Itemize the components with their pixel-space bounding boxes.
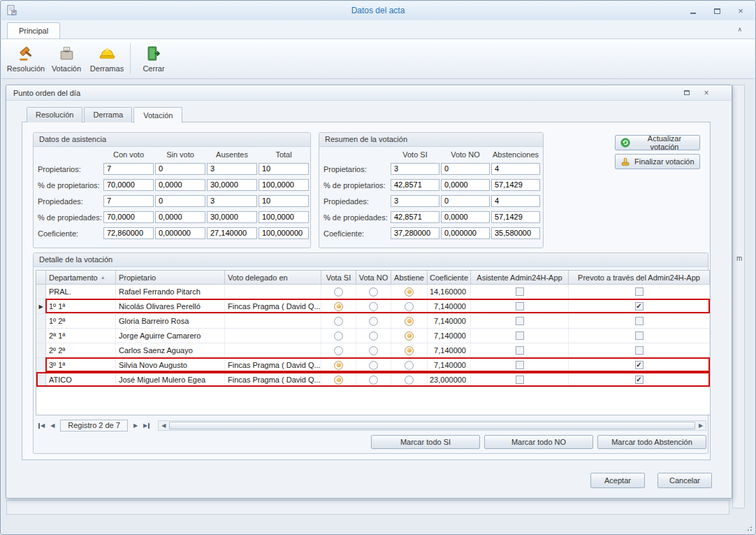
vota-abstiene-radio[interactable] — [405, 287, 414, 297]
cancel-button[interactable]: Cancelar — [657, 473, 712, 488]
record-next-button[interactable]: ▶ — [131, 420, 140, 431]
vota-si-radio[interactable] — [334, 376, 343, 385]
value-field[interactable]: 100,0000 — [259, 179, 309, 191]
table-row[interactable]: ATICOJosé Miguel Mulero EgeaFincas Pragm… — [36, 373, 710, 387]
value-field[interactable]: 0,0000 — [441, 179, 490, 191]
record-prev-button[interactable]: ◀ — [48, 420, 57, 431]
mark-all-abstain-button[interactable]: Marcar todo Abstención — [597, 435, 706, 449]
cerrar-button[interactable]: Cerrar — [133, 41, 174, 77]
value-field[interactable]: 4 — [491, 195, 540, 207]
value-field[interactable]: 7 — [103, 163, 154, 175]
value-field[interactable]: 7 — [103, 195, 154, 207]
asistente-app-checkbox[interactable] — [516, 302, 524, 311]
ribbon-tab-principal[interactable]: Principal — [7, 22, 60, 39]
value-field[interactable]: 0 — [441, 163, 490, 175]
vota-no-radio[interactable] — [369, 361, 378, 370]
asistente-app-checkbox[interactable] — [516, 376, 524, 384]
value-field[interactable]: 100,0000 — [259, 211, 309, 223]
value-field[interactable]: 3 — [207, 163, 257, 175]
value-field[interactable]: 37,280000 — [391, 227, 439, 239]
mark-all-yes-button[interactable]: Marcar todo SI — [371, 435, 480, 449]
prevoto-app-checkbox[interactable] — [635, 317, 644, 325]
asistente-app-checkbox[interactable] — [516, 287, 524, 296]
value-field[interactable]: 0,0000 — [441, 211, 490, 223]
grid-column-header[interactable]: Coeficiente — [428, 271, 471, 285]
vota-si-radio[interactable] — [334, 346, 343, 355]
asistente-app-checkbox[interactable] — [516, 361, 524, 369]
value-field[interactable]: 3 — [391, 195, 439, 207]
value-field[interactable]: 4 — [491, 163, 540, 175]
value-field[interactable]: 3 — [207, 195, 257, 207]
tab-derrama[interactable]: Derrama — [84, 107, 132, 122]
value-field[interactable]: 0 — [155, 163, 205, 175]
asistente-app-checkbox[interactable] — [516, 331, 524, 340]
table-row[interactable]: 3º 1ªSilvia Novo AugustoFincas Pragma ( … — [36, 358, 710, 373]
value-field[interactable]: 42,8571 — [391, 211, 439, 223]
vota-no-radio[interactable] — [369, 376, 378, 385]
value-field[interactable]: 3 — [391, 163, 439, 175]
prevoto-app-checkbox[interactable] — [635, 331, 644, 340]
vota-abstiene-radio[interactable] — [405, 302, 414, 311]
scroll-right-icon[interactable]: ▶ — [696, 422, 706, 429]
restore-button[interactable] — [710, 6, 724, 16]
tab-resolucion[interactable]: Resolución — [27, 107, 82, 122]
record-last-button[interactable]: ▶ — [141, 420, 152, 431]
value-field[interactable]: 72,860000 — [103, 227, 154, 239]
grid-column-header[interactable]: Vota NO — [356, 271, 391, 285]
value-field[interactable]: 100,000000 — [259, 227, 309, 239]
mark-all-no-button[interactable]: Marcar todo NO — [484, 435, 593, 449]
prevoto-app-checkbox[interactable]: ✓ — [635, 361, 644, 369]
table-row[interactable]: 2º 2ªCarlos Saenz Aguayo7,140000 — [36, 343, 710, 358]
value-field[interactable]: 10 — [259, 195, 309, 207]
close-button[interactable]: × — [734, 6, 748, 16]
tab-votacion[interactable]: Votación — [133, 107, 182, 123]
vota-no-radio[interactable] — [369, 317, 378, 326]
value-field[interactable]: 27,140000 — [207, 227, 257, 239]
horizontal-scrollbar[interactable]: ◀ ▶ — [158, 420, 706, 431]
grid-column-header[interactable]: Vota SI — [321, 271, 356, 285]
table-row[interactable]: PRAL.Rafael Ferrando Pitarch14,160000 — [36, 285, 710, 299]
votacion-button[interactable]: Votación — [46, 41, 87, 77]
scrollbar-thumb[interactable] — [169, 422, 695, 429]
grid-column-header[interactable]: Voto delegado en — [225, 271, 321, 285]
vota-abstiene-radio[interactable] — [405, 331, 414, 341]
prevoto-app-checkbox[interactable] — [635, 287, 644, 296]
vota-si-radio[interactable] — [334, 331, 343, 341]
value-field[interactable]: 0,0000 — [155, 179, 205, 191]
grid-column-header[interactable]: Asistente Admin24H-App — [471, 271, 569, 285]
vota-no-radio[interactable] — [369, 331, 378, 341]
vota-no-radio[interactable] — [369, 287, 378, 297]
prevoto-app-checkbox[interactable]: ✓ — [635, 302, 644, 311]
value-field[interactable]: 30,0000 — [207, 179, 257, 191]
value-field[interactable]: 70,0000 — [103, 179, 154, 191]
vota-abstiene-radio[interactable] — [405, 346, 414, 355]
value-field[interactable]: 57,1429 — [491, 179, 540, 191]
value-field[interactable]: 0,000000 — [155, 227, 205, 239]
scroll-left-icon[interactable]: ◀ — [159, 422, 168, 429]
minimize-button[interactable] — [686, 6, 700, 16]
vota-no-radio[interactable] — [369, 346, 378, 355]
vota-abstiene-radio[interactable] — [405, 317, 414, 326]
grid-column-header[interactable]: Departamento▲ — [46, 271, 116, 285]
vota-si-radio[interactable] — [334, 287, 343, 297]
vota-no-radio[interactable] — [369, 302, 378, 311]
table-row[interactable]: 1º 2ªGloria Barreiro Rosa7,140000 — [36, 314, 710, 329]
table-row[interactable]: ▶1º 1ªNicolás Olivares PerellóFincas Pra… — [36, 299, 710, 314]
value-field[interactable]: 0,000000 — [441, 227, 490, 239]
value-field[interactable]: 57,1429 — [491, 211, 540, 223]
prevoto-app-checkbox[interactable] — [635, 346, 644, 355]
finish-vote-button[interactable]: Finalizar votación — [615, 154, 700, 169]
vota-abstiene-radio[interactable] — [405, 361, 414, 370]
value-field[interactable]: 42,8571 — [391, 179, 439, 191]
child-close-button[interactable]: × — [701, 88, 712, 98]
value-field[interactable]: 35,580000 — [491, 227, 540, 239]
grid-column-header[interactable]: Prevoto a través del Admin24H-App — [569, 271, 710, 285]
resolucion-button[interactable]: Resolución — [6, 41, 46, 77]
value-field[interactable]: 0,0000 — [155, 211, 205, 223]
update-vote-button[interactable]: Actualizar votación — [615, 135, 700, 150]
child-restore-button[interactable] — [681, 88, 692, 98]
record-first-button[interactable]: ◀ — [36, 420, 47, 431]
table-row[interactable]: 2ª 1ªJorge Aguirre Camarero7,140000 — [36, 329, 710, 343]
asistente-app-checkbox[interactable] — [516, 317, 524, 325]
asistente-app-checkbox[interactable] — [516, 346, 524, 355]
